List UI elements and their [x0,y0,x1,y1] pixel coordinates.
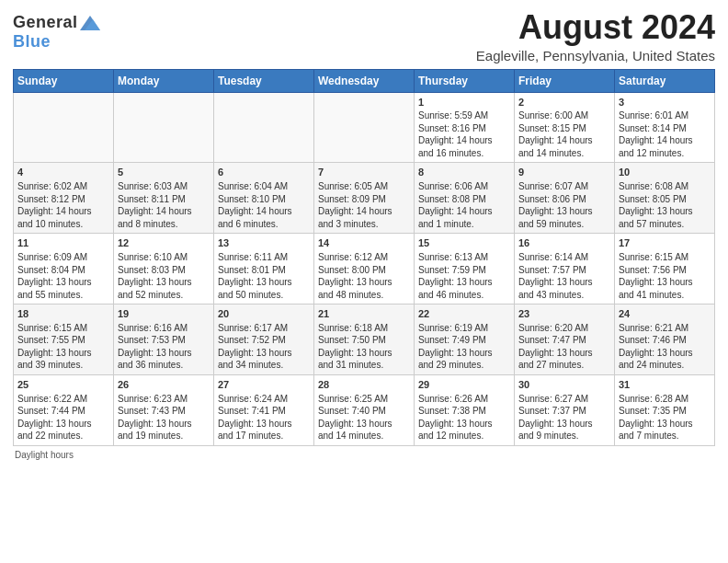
day-detail: Sunrise: 6:03 AM [118,180,210,193]
day-number: 14 [318,236,410,250]
weekday-header-row: SundayMondayTuesdayWednesdayThursdayFrid… [14,69,715,92]
logo-blue: Blue [13,32,51,52]
page-header: General Blue August 2024 Eagleville, Pen… [13,9,715,63]
calendar-cell: 3Sunrise: 6:01 AMSunset: 8:14 PMDaylight… [615,92,715,163]
day-detail: Daylight: 14 hours and 10 minutes. [17,205,109,230]
day-number: 6 [218,166,310,179]
day-detail: Daylight: 13 hours and 55 minutes. [17,276,109,301]
day-detail: Sunrise: 6:18 AM [318,322,410,335]
calendar-footer: Daylight hours [13,450,715,460]
calendar-cell: 1Sunrise: 5:59 AMSunset: 8:16 PMDaylight… [415,92,515,163]
day-detail: Daylight: 13 hours and 12 minutes. [418,418,510,442]
calendar-cell: 5Sunrise: 6:03 AMSunset: 8:11 PMDaylight… [114,163,214,234]
calendar-cell: 12Sunrise: 6:10 AMSunset: 8:03 PMDayligh… [114,234,214,304]
weekday-header-thursday: Thursday [415,69,515,92]
day-number: 26 [118,378,210,392]
weekday-header-monday: Monday [114,69,214,92]
day-number: 20 [218,307,310,321]
calendar-cell: 29Sunrise: 6:26 AMSunset: 7:38 PMDayligh… [415,374,515,445]
day-detail: Sunrise: 6:15 AM [619,251,711,264]
logo-general: General [13,13,78,32]
day-detail: Daylight: 13 hours and 24 minutes. [619,347,711,372]
day-detail: Sunrise: 6:06 AM [418,180,510,193]
day-detail: Daylight: 14 hours and 16 minutes. [418,134,510,159]
day-detail: Sunset: 7:56 PM [619,264,711,277]
calendar-body: 1Sunrise: 5:59 AMSunset: 8:16 PMDaylight… [14,92,715,445]
day-detail: Sunset: 8:16 PM [418,122,510,135]
calendar-table: SundayMondayTuesdayWednesdayThursdayFrid… [13,69,715,446]
day-number: 4 [17,166,109,179]
calendar-cell [314,92,415,163]
calendar-cell: 9Sunrise: 6:07 AMSunset: 8:06 PMDaylight… [515,163,615,234]
day-number: 29 [418,378,510,392]
calendar-cell: 2Sunrise: 6:00 AMSunset: 8:15 PMDaylight… [515,92,615,163]
day-detail: Sunset: 8:08 PM [418,193,510,206]
day-detail: Sunrise: 6:11 AM [218,251,310,264]
day-number: 1 [418,96,510,109]
day-detail: Daylight: 13 hours and 22 minutes. [17,418,109,442]
weekday-header-tuesday: Tuesday [214,69,314,92]
calendar-header: SundayMondayTuesdayWednesdayThursdayFrid… [14,69,715,92]
day-detail: Sunset: 8:12 PM [17,193,109,206]
day-detail: Sunset: 8:14 PM [619,122,711,135]
day-detail: Daylight: 13 hours and 48 minutes. [318,276,410,301]
day-number: 21 [318,307,410,321]
calendar-cell: 23Sunrise: 6:20 AMSunset: 7:47 PMDayligh… [515,304,615,375]
day-detail: Sunrise: 6:16 AM [118,322,210,335]
day-detail: Sunset: 8:01 PM [218,264,310,277]
day-detail: Sunset: 7:50 PM [318,334,410,347]
calendar-cell: 22Sunrise: 6:19 AMSunset: 7:49 PMDayligh… [415,304,515,375]
day-detail: Sunrise: 6:24 AM [218,393,310,406]
day-number: 9 [518,166,610,179]
day-number: 13 [218,236,310,250]
day-detail: Sunset: 7:59 PM [418,264,510,277]
day-detail: Sunrise: 5:59 AM [418,109,510,122]
day-detail: Daylight: 13 hours and 59 minutes. [518,205,610,230]
day-detail: Daylight: 13 hours and 19 minutes. [118,418,210,442]
day-number: 15 [418,236,510,250]
calendar-cell: 8Sunrise: 6:06 AMSunset: 8:08 PMDaylight… [415,163,515,234]
day-detail: Sunrise: 6:02 AM [17,180,109,193]
day-detail: Sunset: 7:53 PM [118,334,210,347]
day-detail: Sunrise: 6:04 AM [218,180,310,193]
day-detail: Daylight: 13 hours and 34 minutes. [218,347,310,372]
weekday-header-wednesday: Wednesday [314,69,415,92]
day-detail: Daylight: 13 hours and 31 minutes. [318,347,410,372]
day-detail: Sunset: 7:40 PM [318,405,410,418]
day-detail: Sunrise: 6:25 AM [318,393,410,406]
day-number: 19 [118,307,210,321]
footer-text: Daylight hours [15,450,74,460]
calendar-cell: 14Sunrise: 6:12 AMSunset: 8:00 PMDayligh… [314,234,415,304]
day-detail: Daylight: 13 hours and 41 minutes. [619,276,711,301]
day-detail: Daylight: 13 hours and 29 minutes. [418,347,510,372]
weekday-header-saturday: Saturday [615,69,715,92]
day-detail: Sunset: 7:43 PM [118,405,210,418]
day-detail: Daylight: 13 hours and 46 minutes. [418,276,510,301]
day-number: 3 [619,96,711,109]
calendar-week-2: 4Sunrise: 6:02 AMSunset: 8:12 PMDaylight… [14,163,715,234]
day-detail: Daylight: 13 hours and 50 minutes. [218,276,310,301]
day-detail: Sunrise: 6:01 AM [619,109,711,122]
calendar-cell [14,92,114,163]
day-number: 25 [17,378,109,392]
day-detail: Daylight: 14 hours and 14 minutes. [518,134,610,159]
day-detail: Sunrise: 6:22 AM [17,393,109,406]
calendar-cell: 13Sunrise: 6:11 AMSunset: 8:01 PMDayligh… [214,234,314,304]
day-detail: Sunrise: 6:23 AM [118,393,210,406]
day-number: 24 [619,307,711,321]
day-number: 18 [17,307,109,321]
calendar-cell: 6Sunrise: 6:04 AMSunset: 8:10 PMDaylight… [214,163,314,234]
calendar-cell: 4Sunrise: 6:02 AMSunset: 8:12 PMDaylight… [14,163,114,234]
day-number: 23 [518,307,610,321]
day-detail: Sunset: 8:11 PM [118,193,210,206]
day-number: 10 [619,166,711,179]
day-number: 5 [118,166,210,179]
day-detail: Sunset: 7:38 PM [418,405,510,418]
calendar-cell: 15Sunrise: 6:13 AMSunset: 7:59 PMDayligh… [415,234,515,304]
day-number: 17 [619,236,711,250]
main-title: August 2024 [476,9,715,46]
day-detail: Daylight: 13 hours and 17 minutes. [218,418,310,442]
day-detail: Sunset: 8:06 PM [518,193,610,206]
day-number: 2 [518,96,610,109]
weekday-header-sunday: Sunday [14,69,114,92]
